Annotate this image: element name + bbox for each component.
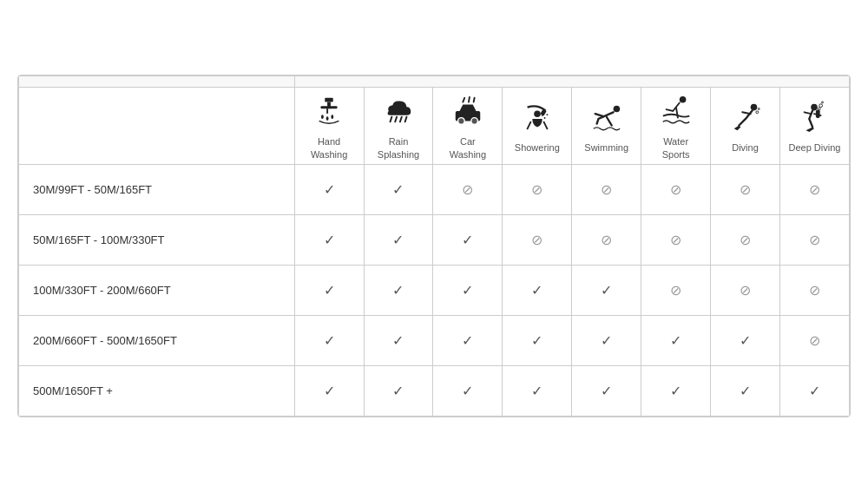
check-mark: ✓: [462, 283, 473, 298]
water-sports-icon: [660, 95, 693, 132]
cell-rain-splashing: ✓: [364, 164, 433, 214]
cell-swimming: ⊘: [572, 214, 641, 265]
svg-point-21: [542, 115, 543, 116]
svg-point-33: [822, 102, 824, 103]
svg-point-18: [534, 111, 541, 118]
svg-point-31: [819, 108, 821, 110]
cell-rain-splashing: ✓: [364, 265, 433, 315]
deep-diving-icon: [798, 101, 831, 138]
diving-cell: Diving: [714, 101, 776, 154]
rain-splashing-label: RainSplashing: [378, 135, 419, 161]
rain-splashing-icon: [382, 95, 415, 132]
col-water-sports: WaterSports: [641, 88, 711, 165]
no-symbol: ⊘: [670, 182, 681, 197]
check-mark: ✓: [392, 384, 404, 398]
svg-line-20: [543, 122, 547, 129]
check-mark: ✓: [601, 384, 612, 398]
no-symbol: ⊘: [740, 233, 751, 247]
cell-hand-washing: ✓: [294, 214, 364, 265]
no-symbol: ⊘: [809, 333, 820, 348]
cell-rain-splashing: ✓: [364, 365, 433, 416]
check-mark: ✓: [531, 333, 542, 348]
swimming-cell: Swimming: [575, 101, 637, 154]
col-hand-washing: HandWashing: [294, 88, 364, 165]
no-symbol: ⊘: [462, 182, 473, 197]
table-row: 200M/660FT - 500M/1650FT✓✓✓✓✓✓✓⊘: [19, 315, 850, 365]
cell-water-sports: ✓: [641, 365, 711, 416]
no-symbol: ⊘: [740, 182, 751, 197]
swimming-label: Swimming: [584, 141, 628, 154]
check-mark: ✓: [462, 233, 473, 247]
cell-swimming: ⊘: [572, 164, 641, 214]
no-symbol: ⊘: [809, 283, 820, 298]
check-mark: ✓: [324, 233, 335, 247]
check-mark: ✓: [601, 333, 612, 348]
no-symbol: ⊘: [809, 233, 820, 247]
cell-swimming: ✓: [572, 265, 641, 315]
svg-rect-0: [325, 98, 333, 102]
cell-deep-diving: ⊘: [779, 265, 849, 315]
car-washing-icon: [451, 95, 484, 132]
check-mark: ✓: [324, 283, 335, 298]
svg-line-10: [405, 117, 407, 122]
check-mark: ✓: [670, 333, 681, 348]
cell-diving: ⊘: [711, 265, 780, 315]
row-label: 500M/1650FT +: [19, 365, 295, 416]
cell-hand-washing: ✓: [294, 365, 364, 416]
cell-car-washing: ✓: [433, 365, 503, 416]
row-label: 200M/660FT - 500M/1650FT: [19, 315, 295, 365]
svg-point-23: [546, 115, 548, 116]
check-mark: ✓: [809, 384, 820, 398]
check-mark: ✓: [740, 384, 751, 398]
rain-splashing-cell: RainSplashing: [368, 95, 430, 161]
showering-cell: Showering: [506, 101, 568, 154]
check-mark: ✓: [670, 384, 681, 398]
showering-icon: [521, 101, 554, 138]
table-row: 30M/99FT - 50M/165FT✓✓⊘⊘⊘⊘⊘⊘: [19, 164, 850, 214]
cell-showering: ✓: [503, 265, 572, 315]
cell-deep-diving: ⊘: [779, 214, 849, 265]
svg-line-16: [474, 98, 475, 102]
cell-rain-splashing: ✓: [364, 214, 433, 265]
col-car-washing: CarWashing: [433, 88, 503, 165]
cell-rain-splashing: ✓: [364, 315, 433, 365]
no-symbol: ⊘: [601, 182, 612, 197]
showering-label: Showering: [515, 141, 560, 154]
no-symbol: ⊘: [809, 182, 820, 197]
cell-car-washing: ⊘: [433, 164, 503, 214]
check-mark: ✓: [392, 333, 404, 348]
hand-washing-cell: HandWashing: [299, 95, 360, 161]
cell-swimming: ✓: [572, 315, 641, 365]
cell-deep-diving: ✓: [779, 365, 849, 416]
svg-point-28: [758, 108, 760, 110]
check-mark: ✓: [392, 283, 404, 298]
car-washing-cell: CarWashing: [437, 95, 498, 161]
row-label: 30M/99FT - 50M/165FT: [19, 164, 295, 214]
svg-point-29: [812, 104, 819, 111]
application-header: [294, 76, 849, 88]
table-row: 50M/165FT - 100M/330FT✓✓✓⊘⊘⊘⊘⊘: [19, 214, 850, 265]
cell-showering: ⊘: [503, 164, 572, 214]
cell-hand-washing: ✓: [294, 164, 364, 214]
empty-header: [19, 88, 295, 165]
check-mark: ✓: [324, 333, 335, 348]
check-mark: ✓: [324, 384, 335, 398]
cell-car-washing: ✓: [433, 214, 503, 265]
no-symbol: ⊘: [531, 182, 542, 197]
svg-rect-2: [321, 107, 338, 109]
deep-diving-label: Deep Diving: [789, 141, 841, 154]
check-mark: ✓: [324, 182, 335, 197]
cell-hand-washing: ✓: [294, 315, 364, 365]
svg-point-4: [321, 115, 324, 119]
hand-washing-icon: [312, 95, 345, 132]
diving-label: Diving: [732, 141, 759, 154]
table-row: 100M/330FT - 200M/660FT✓✓✓✓✓⊘⊘⊘: [19, 265, 850, 315]
waterproof-table: HandWashing: [18, 75, 850, 417]
svg-line-19: [527, 122, 530, 129]
row-label: 50M/165FT - 100M/330FT: [19, 214, 295, 265]
car-washing-label: CarWashing: [450, 135, 486, 161]
svg-point-24: [613, 106, 620, 113]
svg-point-26: [750, 104, 757, 111]
deep-diving-cell: Deep Diving: [784, 101, 845, 154]
icon-header-row: HandWashing: [19, 88, 850, 165]
